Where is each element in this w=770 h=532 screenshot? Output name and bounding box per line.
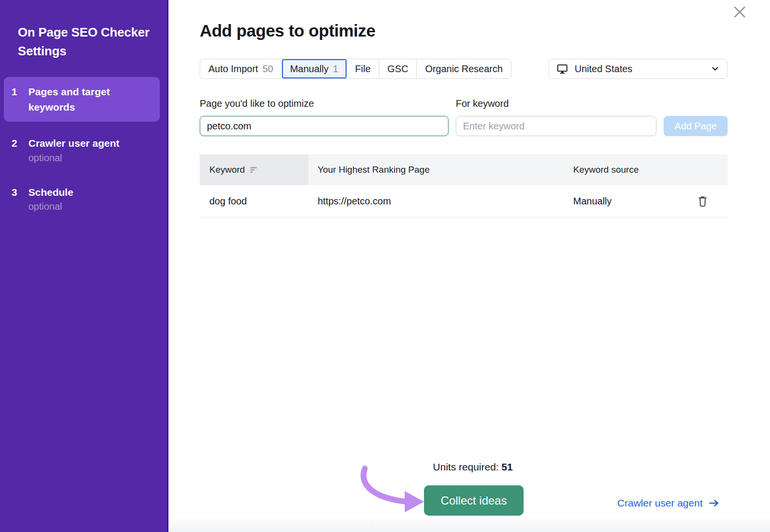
keywords-table: Keyword Your Highest Ranking Page Keywor…: [200, 154, 728, 217]
close-button[interactable]: [732, 4, 748, 20]
step-label: Schedule: [28, 187, 73, 198]
import-method-tabs: Auto Import 50 Manually 1 File GSC: [200, 59, 512, 79]
units-required-label: Units required:: [433, 461, 499, 472]
chevron-down-icon: [711, 64, 719, 73]
column-header-label: Keyword: [209, 165, 245, 175]
on-page-seo-checker-settings-modal: On Page SEO Checker Settings 1 Pages and…: [0, 0, 770, 532]
tab-auto-import[interactable]: Auto Import 50: [200, 59, 282, 78]
units-required: Units required: 51: [176, 461, 770, 473]
column-header-label: Your Highest Ranking Page: [318, 165, 430, 175]
cell-keyword-source: Manually: [573, 194, 728, 208]
cell-ranking-page: https://petco.com: [308, 196, 573, 207]
tab-label: File: [355, 63, 371, 75]
sidebar-item-pages-and-target-keywords[interactable]: 1 Pages and target keywords: [4, 77, 160, 122]
settings-steps: 1 Pages and target keywords 2 Crawler us…: [0, 77, 167, 219]
table-row: dog food https://petco.com Manually: [200, 185, 728, 217]
crawler-user-agent-link[interactable]: Crawler user agent: [617, 497, 719, 509]
tab-label: Organic Research: [425, 63, 502, 75]
country-selector-value: United States: [575, 63, 632, 75]
sort-icon: [250, 166, 257, 173]
tab-organic-research[interactable]: Organic Research: [417, 59, 511, 78]
arrow-right-icon: [709, 499, 719, 507]
sidebar-item-crawler-user-agent[interactable]: 2 Crawler user agent optional: [4, 128, 160, 171]
desktop-icon: [557, 63, 568, 74]
column-header-ranking-page: Your Highest Ranking Page: [308, 154, 573, 185]
step-optional-label: optional: [28, 201, 73, 212]
step-label: Crawler user agent: [28, 138, 119, 149]
page-url-input[interactable]: [200, 116, 449, 136]
crawler-user-agent-link-label: Crawler user agent: [617, 497, 703, 509]
tab-count: 50: [262, 63, 273, 75]
tab-label: Manually: [290, 63, 329, 75]
tab-label: GSC: [387, 63, 408, 75]
close-icon: [732, 4, 747, 20]
step-optional-label: optional: [28, 152, 119, 164]
tab-label: Auto Import: [208, 63, 258, 75]
tab-file[interactable]: File: [347, 59, 379, 78]
page-title: Add pages to optimize: [200, 21, 728, 40]
trash-icon: [698, 195, 707, 207]
step-number: 3: [12, 185, 19, 213]
keyword-label: For keyword: [456, 98, 728, 109]
tab-count: 1: [333, 63, 338, 75]
sidebar-title: On Page SEO Checker Settings: [18, 23, 155, 61]
add-pages-panel: Add pages to optimize Auto Import 50 Man…: [168, 0, 770, 532]
tab-manually[interactable]: Manually 1: [282, 59, 347, 78]
keyword-input[interactable]: [456, 116, 656, 136]
delete-row-button[interactable]: [697, 194, 708, 208]
step-label: Pages and target keywords: [28, 86, 110, 113]
column-header-label: Keyword source: [573, 165, 639, 175]
page-url-label: Page you'd like to optimize: [200, 98, 449, 109]
column-header-keyword-source: Keyword source: [573, 154, 728, 185]
footer-strip: [168, 516, 770, 532]
tab-gsc[interactable]: GSC: [379, 59, 417, 78]
add-page-button[interactable]: Add Page: [664, 116, 728, 136]
keyword-source-value: Manually: [573, 196, 612, 207]
settings-sidebar: On Page SEO Checker Settings 1 Pages and…: [0, 0, 168, 532]
step-number: 1: [12, 84, 19, 114]
cell-keyword: dog food: [200, 196, 308, 207]
units-required-value: 51: [501, 461, 513, 472]
column-header-keyword[interactable]: Keyword: [200, 154, 308, 185]
step-number: 2: [12, 136, 19, 164]
table-header: Keyword Your Highest Ranking Page Keywor…: [200, 154, 728, 185]
country-selector[interactable]: United States: [549, 59, 728, 79]
collect-ideas-button[interactable]: Collect ideas: [424, 485, 524, 516]
sidebar-item-schedule[interactable]: 3 Schedule optional: [4, 177, 160, 220]
